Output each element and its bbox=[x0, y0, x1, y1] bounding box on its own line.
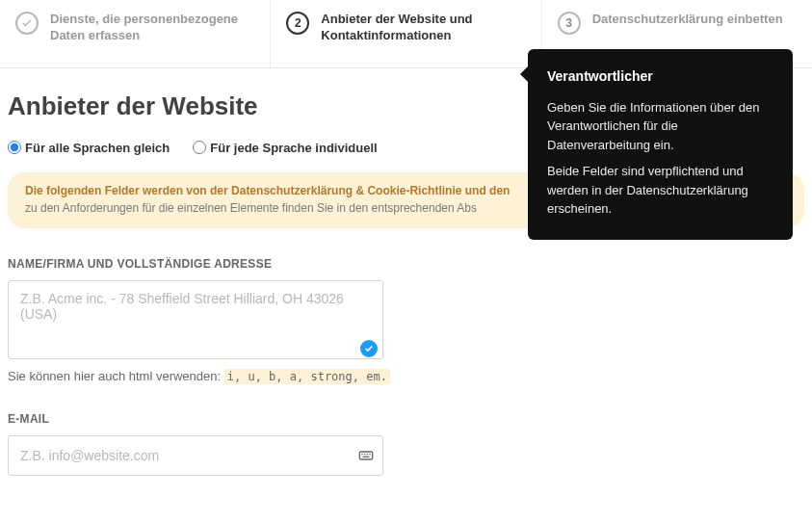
step-2[interactable]: 2 Anbieter der Website und Kontaktinform… bbox=[271, 0, 541, 67]
radio-each-language-label[interactable]: Für jede Sprache individuell bbox=[210, 141, 377, 155]
svg-rect-0 bbox=[359, 452, 372, 459]
email-input[interactable] bbox=[8, 435, 383, 476]
check-icon bbox=[15, 12, 39, 35]
tooltip-p2: Beide Felder sind verpflichtend und werd… bbox=[547, 162, 773, 219]
html-hint: Sie können hier auch html verwenden: i, … bbox=[8, 369, 804, 383]
content-area: Anbieter der Website Für alle Sprachen g… bbox=[0, 68, 812, 476]
step-2-title: Anbieter der Website und Kontaktinformat… bbox=[321, 12, 525, 44]
email-label: E-MAIL bbox=[8, 412, 804, 426]
step-3-title: Datenschutzerklärung einbetten bbox=[592, 12, 783, 28]
radio-all-languages-label[interactable]: Für alle Sprachen gleich bbox=[25, 141, 170, 155]
svg-rect-5 bbox=[363, 456, 370, 457]
step-2-number: 2 bbox=[286, 12, 309, 35]
name-address-label: NAME/FIRMA UND VOLLSTÄNDIGE ADRESSE bbox=[8, 257, 804, 271]
radio-each-language[interactable] bbox=[193, 141, 206, 154]
step-3-number: 3 bbox=[558, 12, 581, 35]
grammarly-icon[interactable] bbox=[360, 340, 378, 357]
help-tooltip: Verantwortlicher Geben Sie die Informati… bbox=[528, 49, 793, 240]
svg-rect-2 bbox=[364, 454, 365, 455]
name-address-input[interactable] bbox=[8, 280, 383, 359]
banner-sub-text: zu den Anforderungen für die einzelnen E… bbox=[25, 201, 477, 215]
step-1-title: Dienste, die personenbezogene Daten erfa… bbox=[50, 12, 254, 44]
hint-prefix: Sie können hier auch html verwenden: bbox=[8, 369, 224, 383]
banner-bold-text: Die folgenden Felder werden von der Date… bbox=[25, 184, 510, 197]
radio-all-languages[interactable] bbox=[8, 141, 21, 154]
step-1[interactable]: Dienste, die personenbezogene Daten erfa… bbox=[0, 0, 271, 67]
svg-rect-1 bbox=[361, 454, 362, 455]
svg-rect-4 bbox=[369, 454, 370, 455]
keyboard-icon bbox=[358, 448, 374, 463]
tooltip-title: Verantwortlicher bbox=[547, 66, 773, 87]
svg-rect-3 bbox=[367, 454, 368, 455]
tooltip-p1: Geben Sie die Informationen über den Ver… bbox=[547, 98, 773, 155]
hint-code: i, u, b, a, strong, em. bbox=[224, 369, 390, 384]
